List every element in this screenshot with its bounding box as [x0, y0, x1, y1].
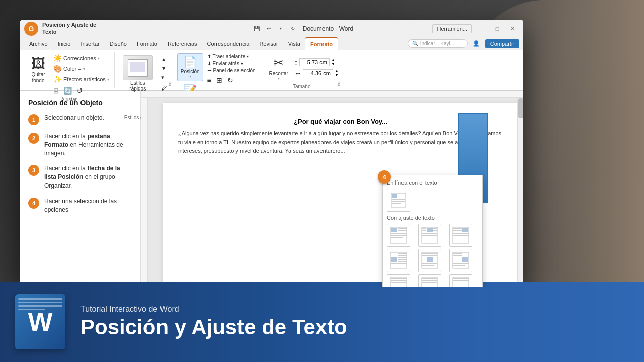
- svg-rect-48: [391, 278, 407, 279]
- svg-rect-15: [433, 228, 437, 229]
- word-logo-container: W: [10, 292, 70, 352]
- user-button[interactable]: 👤: [470, 39, 483, 48]
- alinear-button[interactable]: ≡: [205, 75, 213, 85]
- pos-tc[interactable]: [418, 224, 441, 247]
- enviar-icon: ⬇: [207, 61, 211, 66]
- pos-tr[interactable]: [449, 224, 472, 247]
- pos-br[interactable]: [449, 274, 472, 287]
- styles-expand[interactable]: ▾: [159, 73, 170, 82]
- size-group-content: ✂ Recortar ▾ ↕ ▲ ▼ ↔: [265, 53, 339, 83]
- height-down[interactable]: ▼: [331, 62, 335, 66]
- tab-referencias[interactable]: Referencias: [163, 37, 202, 50]
- svg-rect-36: [422, 253, 437, 254]
- tab-inicio[interactable]: Inicio: [53, 37, 76, 50]
- svg-rect-21: [462, 228, 468, 232]
- herramientas-button[interactable]: Herramien...: [432, 24, 472, 33]
- svg-rect-1: [392, 194, 397, 198]
- quitar-fondo-button[interactable]: 🖼 Quitarfondo: [27, 53, 49, 86]
- posicion-icon: 📄: [183, 56, 197, 69]
- svg-rect-39: [422, 265, 434, 266]
- step-badge-4: 4: [378, 170, 391, 184]
- title-doc-area: 💾 ↩ ▾ ↻ Documento - Word: [172, 24, 432, 34]
- adjust-group-label: Ajustar: [61, 97, 77, 102]
- step-1-num: 1: [28, 114, 39, 125]
- step-2-text: Hacer clic en la pestaña Formato en Herr…: [44, 132, 132, 157]
- size-group-label: Tamaño: [293, 84, 311, 89]
- tab-vista[interactable]: Vista: [283, 37, 305, 50]
- correcciones-label: Correcciones: [63, 55, 96, 61]
- undo-button[interactable]: ↩: [264, 24, 274, 34]
- size-expand-icon[interactable]: ⊻: [337, 82, 341, 87]
- change-image-button[interactable]: 🔄: [62, 86, 74, 96]
- scroll-bar[interactable]: [517, 98, 523, 287]
- svg-rect-10: [391, 235, 407, 236]
- enviar-atras-button[interactable]: ⬇ Enviar atrás ▾: [205, 60, 258, 67]
- step-4-num: 4: [28, 198, 39, 209]
- logo-line-3: [18, 305, 62, 307]
- svg-rect-11: [391, 237, 403, 238]
- ruler-horizontal: [141, 90, 523, 98]
- pos-bl[interactable]: [387, 274, 410, 287]
- pos-mc[interactable]: [418, 249, 441, 272]
- girar-button[interactable]: ↻: [225, 75, 235, 85]
- compress-button[interactable]: ⊞: [51, 86, 61, 96]
- inline-section-label: En línea con el texto: [387, 179, 478, 186]
- correcciones-button[interactable]: ☀️ Correcciones ▾: [51, 53, 111, 63]
- tab-formato-image[interactable]: Formato: [305, 37, 338, 50]
- pos-tl[interactable]: [387, 224, 410, 247]
- tab-insertar[interactable]: Insertar: [75, 37, 104, 50]
- minimize-button[interactable]: ─: [475, 23, 489, 34]
- height-spinners: ▲ ▼: [331, 58, 335, 66]
- adjust-group-content: 🖼 Quitarfondo ☀️ Correcciones ▾ 🎨 Color …: [27, 53, 111, 96]
- svg-rect-56: [422, 280, 437, 281]
- width-down[interactable]: ▼: [335, 73, 339, 77]
- recortar-button[interactable]: ✂ Recortar ▾: [265, 53, 292, 83]
- tab-archivo[interactable]: Archivo: [24, 37, 53, 50]
- tab-diseno[interactable]: Diseño: [105, 37, 132, 50]
- share-button[interactable]: Compartir: [485, 39, 519, 48]
- pos-inline-center[interactable]: [387, 189, 410, 212]
- posicion-button[interactable]: 📄 Posición ▾: [177, 53, 203, 81]
- step-1: 1 Seleccionar un objeto.: [28, 114, 132, 125]
- step-4: 4 Hacer una selección de las opciones: [28, 197, 132, 214]
- panel-seleccion-button[interactable]: ☰ Panel de selección: [205, 67, 258, 74]
- redo-button[interactable]: ↻: [288, 24, 298, 34]
- height-icon: ↕: [294, 58, 298, 66]
- traer-adelante-button[interactable]: ⬆ Traer adelante ▾: [205, 53, 258, 60]
- svg-rect-42: [453, 253, 462, 254]
- styles-expand-icon[interactable]: ⊻: [168, 82, 172, 87]
- width-input[interactable]: [303, 69, 333, 77]
- reset-image-button[interactable]: ↺: [75, 86, 85, 96]
- agrupar-button[interactable]: ⊞: [214, 75, 224, 85]
- restore-button[interactable]: □: [490, 23, 504, 34]
- height-input[interactable]: [299, 58, 330, 66]
- enviar-arrow: ▾: [241, 61, 243, 66]
- dropdown-arrow[interactable]: ▾: [276, 24, 286, 34]
- search-ribbon[interactable]: 🔍 Indicar... Kayl...: [408, 39, 468, 48]
- svg-rect-45: [453, 265, 465, 266]
- document-title: Documento - Word: [303, 25, 353, 32]
- color-button[interactable]: 🎨 Color = ▾: [51, 64, 111, 74]
- styles-down[interactable]: ▼: [159, 64, 170, 72]
- svg-rect-6: [391, 228, 397, 232]
- svg-rect-44: [453, 263, 469, 264]
- tab-revisar[interactable]: Revisar: [254, 37, 283, 50]
- styles-up[interactable]: ▲: [159, 55, 170, 63]
- svg-rect-24: [453, 233, 469, 234]
- save-button[interactable]: 💾: [252, 24, 262, 34]
- pos-bc-icon: [421, 277, 439, 287]
- ribbon-group-size: ✂ Recortar ▾ ↕ ▲ ▼ ↔: [262, 52, 342, 88]
- pos-mr[interactable]: [449, 249, 472, 272]
- bottom-title: Posición y Ajuste de Texto: [80, 316, 347, 339]
- inline-grid: [387, 189, 478, 212]
- pos-bc[interactable]: [418, 274, 441, 287]
- tab-correspondencia[interactable]: Correspondencia: [202, 37, 255, 50]
- document-content: ¿Por qué viajar con Bon Voy... ¿Alguna v…: [141, 90, 523, 287]
- close-button[interactable]: ✕: [505, 23, 519, 34]
- estilos-rapidos-button[interactable]: Estilosrápidos: [119, 53, 157, 94]
- efectos-button[interactable]: ✨ Efectos artísticos ▾: [51, 74, 111, 84]
- svg-rect-2: [392, 199, 405, 200]
- pos-ml[interactable]: [387, 249, 410, 272]
- width-icon: ↔: [294, 69, 301, 77]
- tab-formato-doc[interactable]: Formato: [132, 37, 163, 50]
